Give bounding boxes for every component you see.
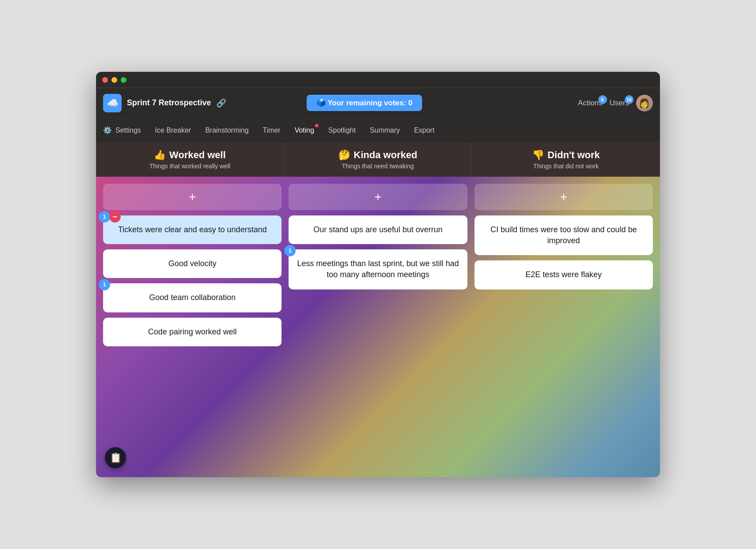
- card-code-pairing[interactable]: Code pairing worked well: [103, 318, 282, 346]
- tab-export[interactable]: Export: [414, 125, 434, 136]
- minus-button-1[interactable]: −: [109, 211, 121, 223]
- app-title: Sprint 7 Retrospective: [127, 98, 211, 108]
- settings-label: Settings: [115, 126, 141, 134]
- column-didnt-work: + CI build times were too slow and could…: [474, 184, 653, 470]
- board-wrap: + 1 − Tickets were clear and easy to und…: [96, 177, 660, 477]
- card-e2e-tests[interactable]: E2E tests were flakey: [474, 260, 653, 289]
- tab-summary[interactable]: Summary: [370, 125, 400, 136]
- tab-voting[interactable]: Voting: [295, 125, 314, 136]
- avatar[interactable]: 👩: [636, 95, 653, 111]
- vote-badge-meetings: 1: [284, 245, 296, 256]
- close-button[interactable]: [102, 77, 108, 83]
- column-kinda-worked: + Our stand ups are useful but overrun 1…: [289, 184, 467, 470]
- fab-container: 📋: [105, 447, 126, 468]
- column-worked-well: + 1 − Tickets were clear and easy to und…: [103, 184, 282, 470]
- tab-spotlight[interactable]: Spotlight: [328, 125, 356, 136]
- card-team-collaboration[interactable]: 1 Good team collaboration: [103, 283, 282, 312]
- col-header-worked-well: 👍 Worked well Things that worked really …: [96, 142, 284, 177]
- didnt-work-emoji: 👎: [532, 149, 544, 161]
- settings-nav[interactable]: ⚙️ Settings: [103, 126, 141, 134]
- add-card-worked-well[interactable]: +: [103, 184, 282, 210]
- votes-badge: 🗳️ Your remaining votes: 0: [307, 95, 422, 111]
- app-window: ☁️ Sprint 7 Retrospective 🔗 🗳️ Your rema…: [96, 72, 660, 477]
- titlebar: [96, 72, 660, 88]
- tab-ice-breaker[interactable]: Ice Breaker: [155, 125, 191, 136]
- card-stand-ups[interactable]: Our stand ups are useful but overrun: [289, 215, 467, 244]
- add-card-kinda-worked[interactable]: +: [289, 184, 467, 210]
- navtabs: ⚙️ Settings Ice Breaker Brainstorming Ti…: [96, 118, 660, 142]
- minimize-button[interactable]: [111, 77, 117, 83]
- app-logo: ☁️: [103, 94, 122, 112]
- col-headers: 👍 Worked well Things that worked really …: [96, 142, 660, 177]
- vote-badge-collab: 1: [99, 279, 110, 290]
- card-good-velocity[interactable]: Good velocity: [103, 249, 282, 278]
- worked-well-subtitle: Things that worked really well: [100, 163, 279, 170]
- add-card-didnt-work[interactable]: +: [474, 184, 653, 210]
- didnt-work-title: Didn't work: [548, 149, 600, 161]
- fab-icon: 📋: [110, 452, 122, 464]
- card-tickets-clear[interactable]: 1 − Tickets were clear and easy to under…: [103, 215, 282, 244]
- kinda-worked-emoji: 🤔: [338, 149, 350, 161]
- worked-well-emoji: 👍: [154, 149, 166, 161]
- card-ci-build[interactable]: CI build times were too slow and could b…: [474, 215, 653, 255]
- tab-brainstorming[interactable]: Brainstorming: [205, 125, 249, 136]
- card-less-meetings[interactable]: 1 Less meetings than last sprint, but we…: [289, 249, 467, 289]
- link-icon[interactable]: 🔗: [216, 98, 226, 108]
- users-button[interactable]: Users 16: [610, 99, 629, 108]
- col-header-kinda-worked: 🤔 Kinda worked Things that need tweaking: [284, 142, 472, 177]
- didnt-work-subtitle: Things that did not work: [476, 163, 656, 170]
- voting-dot: [315, 124, 319, 127]
- topbar: ☁️ Sprint 7 Retrospective 🔗 🗳️ Your rema…: [96, 88, 660, 118]
- gear-icon: ⚙️: [103, 126, 112, 134]
- topbar-right: Actions 6 Users 16 👩: [578, 95, 653, 111]
- board: + 1 − Tickets were clear and easy to und…: [96, 177, 660, 477]
- col-header-didnt-work: 👎 Didn't work Things that did not work: [472, 142, 660, 177]
- vote-badge-1: 1: [99, 211, 110, 223]
- actions-badge: 6: [598, 95, 607, 104]
- kinda-worked-subtitle: Things that need tweaking: [289, 163, 467, 170]
- fab-button[interactable]: 📋: [105, 447, 126, 468]
- actions-button[interactable]: Actions 6: [578, 99, 603, 108]
- users-badge: 16: [625, 95, 634, 104]
- tab-timer[interactable]: Timer: [263, 125, 280, 136]
- maximize-button[interactable]: [121, 77, 126, 83]
- worked-well-title: Worked well: [169, 149, 226, 161]
- kinda-worked-title: Kinda worked: [354, 149, 417, 161]
